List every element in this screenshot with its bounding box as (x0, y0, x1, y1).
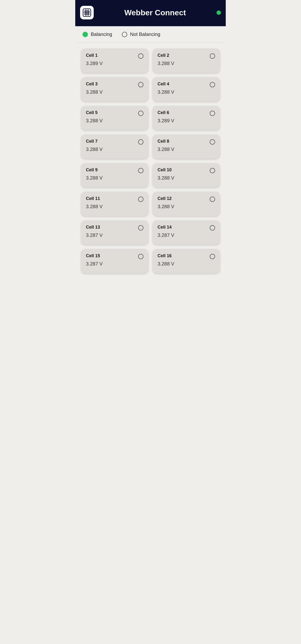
cell-voltage-14: 3.287 V (158, 232, 215, 238)
cell-name-14: Cell 14 (158, 225, 172, 230)
cell-name-8: Cell 8 (158, 139, 169, 144)
cell-name-9: Cell 9 (86, 168, 98, 172)
cell-name-12: Cell 12 (158, 196, 172, 201)
balancing-label: Balancing (91, 32, 112, 37)
cell-voltage-2: 3.288 V (158, 61, 215, 66)
cell-voltage-7: 3.288 V (86, 146, 144, 152)
cell-name-16: Cell 16 (158, 253, 172, 258)
cell-header-row: Cell 2 (158, 53, 215, 59)
cell-name-15: Cell 15 (86, 253, 100, 258)
cell-card-13[interactable]: Cell 13 3.287 V (81, 220, 148, 244)
cell-header-row: Cell 7 (86, 139, 144, 144)
cell-indicator-15 (138, 254, 144, 259)
cell-voltage-13: 3.287 V (86, 232, 144, 238)
cell-name-13: Cell 13 (86, 225, 100, 230)
cell-voltage-15: 3.287 V (86, 261, 144, 267)
cell-card-9[interactable]: Cell 9 3.288 V (81, 163, 148, 187)
cell-name-11: Cell 11 (86, 196, 100, 201)
cell-header-row: Cell 3 (86, 82, 144, 87)
cell-header-row: Cell 16 (158, 253, 215, 259)
cell-indicator-11 (138, 196, 144, 202)
cell-voltage-9: 3.288 V (86, 175, 144, 181)
cell-header-row: Cell 11 (86, 196, 144, 202)
app-title: Webber Connect (94, 8, 216, 17)
logo-icon (82, 8, 91, 17)
cell-indicator-8 (210, 139, 215, 144)
cell-name-4: Cell 4 (158, 82, 169, 87)
cell-header-row: Cell 6 (158, 110, 215, 116)
cell-voltage-11: 3.288 V (86, 204, 144, 210)
cell-voltage-8: 3.288 V (158, 146, 215, 152)
cell-indicator-5 (138, 111, 144, 116)
cell-voltage-1: 3.289 V (86, 61, 144, 66)
cell-card-11[interactable]: Cell 11 3.288 V (81, 192, 148, 216)
connection-status-indicator (216, 10, 221, 15)
cell-header-row: Cell 10 (158, 168, 215, 173)
cell-voltage-16: 3.288 V (158, 261, 215, 267)
cell-header-row: Cell 9 (86, 168, 144, 173)
cell-name-7: Cell 7 (86, 139, 98, 144)
cell-name-3: Cell 3 (86, 82, 98, 87)
cell-indicator-9 (138, 168, 144, 173)
cell-card-5[interactable]: Cell 5 3.288 V (81, 106, 148, 130)
legend-bar: Balancing Not Balancing (75, 26, 226, 43)
balancing-dot (82, 32, 88, 37)
cell-name-6: Cell 6 (158, 110, 169, 115)
not-balancing-label: Not Balancing (130, 32, 160, 37)
app-header: Webber Connect (75, 0, 226, 26)
cell-header-row: Cell 14 (158, 225, 215, 230)
cell-header-row: Cell 5 (86, 110, 144, 116)
cell-indicator-14 (210, 225, 215, 230)
cells-grid: Cell 1 3.289 V Cell 2 3.288 V Cell 3 3.2… (75, 43, 226, 281)
cell-name-2: Cell 2 (158, 53, 169, 58)
cell-voltage-6: 3.289 V (158, 118, 215, 124)
cell-card-4[interactable]: Cell 4 3.288 V (153, 77, 220, 102)
cell-card-7[interactable]: Cell 7 3.288 V (81, 134, 148, 159)
cell-card-8[interactable]: Cell 8 3.288 V (153, 134, 220, 159)
cell-indicator-1 (138, 54, 144, 59)
balancing-legend: Balancing (82, 32, 112, 37)
not-balancing-legend: Not Balancing (122, 32, 160, 37)
not-balancing-dot (122, 32, 127, 37)
cell-voltage-3: 3.288 V (86, 89, 144, 95)
cell-card-1[interactable]: Cell 1 3.289 V (81, 48, 148, 73)
cell-indicator-2 (210, 54, 215, 59)
cell-indicator-6 (210, 111, 215, 116)
cell-name-1: Cell 1 (86, 53, 98, 58)
cell-name-10: Cell 10 (158, 168, 172, 172)
cell-card-16[interactable]: Cell 16 3.288 V (153, 249, 220, 273)
cell-card-14[interactable]: Cell 14 3.287 V (153, 220, 220, 244)
cell-card-10[interactable]: Cell 10 3.288 V (153, 163, 220, 187)
cell-header-row: Cell 8 (158, 139, 215, 144)
cell-name-5: Cell 5 (86, 110, 98, 115)
cell-voltage-5: 3.288 V (86, 118, 144, 124)
cell-header-row: Cell 15 (86, 253, 144, 259)
cell-indicator-12 (210, 196, 215, 202)
cell-indicator-4 (210, 82, 215, 87)
cell-voltage-4: 3.288 V (158, 89, 215, 95)
app-logo (80, 6, 94, 20)
cell-card-12[interactable]: Cell 12 3.288 V (153, 192, 220, 216)
cell-indicator-16 (210, 254, 215, 259)
cell-header-row: Cell 12 (158, 196, 215, 202)
cell-indicator-10 (210, 168, 215, 173)
cell-header-row: Cell 1 (86, 53, 144, 59)
cell-card-3[interactable]: Cell 3 3.288 V (81, 77, 148, 102)
cell-card-2[interactable]: Cell 2 3.288 V (153, 48, 220, 73)
cell-voltage-12: 3.288 V (158, 204, 215, 210)
cell-indicator-13 (138, 225, 144, 230)
cell-card-15[interactable]: Cell 15 3.287 V (81, 249, 148, 273)
cell-header-row: Cell 13 (86, 225, 144, 230)
cell-voltage-10: 3.288 V (158, 175, 215, 181)
cell-header-row: Cell 4 (158, 82, 215, 87)
cell-card-6[interactable]: Cell 6 3.289 V (153, 106, 220, 130)
cell-indicator-7 (138, 139, 144, 144)
cell-indicator-3 (138, 82, 144, 87)
